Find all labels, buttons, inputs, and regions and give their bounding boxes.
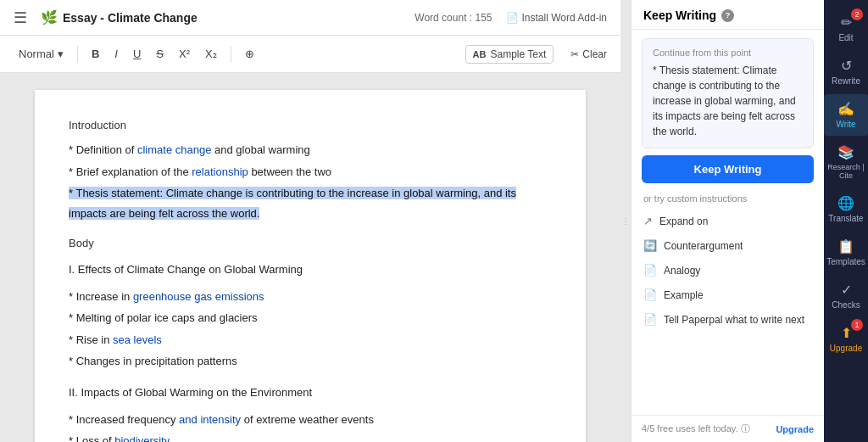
counterargument-label: Counterargument <box>664 240 743 252</box>
bullet-4: * Increase in greenhouse gas emissions <box>69 287 552 306</box>
sidebar-item-wrapper-upgrade: ⬆ Upgrade 1 <box>824 317 868 361</box>
editor-page[interactable]: Introduction * Definition of climate cha… <box>35 90 586 442</box>
bullet-9: * Loss of biodiversity <box>69 431 552 442</box>
custom-instructions-label: or try custom instructions <box>632 190 824 209</box>
subsection-effects: I. Effects of Climate Change on Global W… <box>69 260 552 279</box>
sidebar-item-templates[interactable]: 📋 Templates <box>824 232 868 273</box>
panel-divider[interactable]: ⋮ <box>620 0 631 442</box>
rewrite-label: Rewrite <box>832 76 860 86</box>
thesis-preview: * Thesis statement: Climate change is co… <box>653 63 803 139</box>
underline-button[interactable]: U <box>128 44 146 64</box>
toolbar: Normal ▾ B I U S X² X₂ ⊕ AB Sample Text … <box>0 36 620 73</box>
help-icon[interactable]: ? <box>721 9 734 22</box>
upgrade-label: Upgrade <box>830 344 862 353</box>
keep-writing-button[interactable]: Keep Writing <box>642 155 814 183</box>
far-sidebar: ✏ Edit 2 ↺ Rewrite ✍ Write 📚 Research | … <box>824 0 868 442</box>
superscript-button[interactable]: X² <box>174 44 195 64</box>
toolbar-divider-1 <box>77 46 78 63</box>
analogy-label: Analogy <box>664 265 700 277</box>
title-text: Essay - Climate Change <box>63 11 198 25</box>
example-label: Example <box>664 289 704 301</box>
edit-label: Edit <box>838 33 853 42</box>
sample-text-button[interactable]: AB Sample Text <box>465 45 554 64</box>
sample-text-label: Sample Text <box>491 48 547 60</box>
sidebar-item-translate[interactable]: 🌐 Translate <box>824 188 868 230</box>
right-panel-footer: 4/5 free uses left today. ⓘ Upgrade <box>632 415 824 442</box>
tell-paperpal-icon: 📄 <box>643 313 657 326</box>
top-bar: ☰ 🌿 Essay - Climate Change Word count : … <box>0 0 620 36</box>
section-body: Body <box>69 233 552 253</box>
keep-writing-context-box: Continue from this point * Thesis statem… <box>642 38 814 148</box>
italic-button[interactable]: I <box>109 44 123 64</box>
right-panel: Keep Writing ? Continue from this point … <box>631 0 824 442</box>
counterargument-icon: 🔄 <box>643 239 657 252</box>
word-count: Word count : 155 <box>415 12 492 24</box>
subsection-impacts: II. Impacts of Global Warming on the Env… <box>69 383 552 402</box>
example-icon: 📄 <box>643 288 657 301</box>
translate-label: Translate <box>828 214 863 223</box>
sidebar-item-rewrite[interactable]: ↺ Rewrite <box>824 51 868 92</box>
sample-icon: AB <box>473 49 487 59</box>
clear-icon: ✂ <box>570 48 579 60</box>
editor-wrapper[interactable]: Introduction * Definition of climate cha… <box>0 73 620 442</box>
leaf-icon: 🌿 <box>41 9 58 25</box>
expand-on-label: Expand on <box>659 215 708 227</box>
bullet-2: * Brief explanation of the relationship … <box>69 162 552 182</box>
install-addon[interactable]: 📄 Install Word Add-in <box>506 12 608 24</box>
templates-label: Templates <box>826 257 865 266</box>
bullet-8: * Increased frequency and intensity of e… <box>69 410 552 429</box>
analogy-icon: 📄 <box>643 264 657 277</box>
chevron-down-icon: ▾ <box>58 48 64 60</box>
edit-badge: 2 <box>851 8 863 20</box>
expand-on-item[interactable]: ↗ Expand on <box>632 209 824 233</box>
sidebar-item-write[interactable]: ✍ Write <box>824 94 868 136</box>
research-icon: 📚 <box>837 144 854 160</box>
clear-button[interactable]: ✂ Clear <box>570 48 607 60</box>
sidebar-item-checks[interactable]: ✓ Checks <box>824 275 868 316</box>
tell-paperpal-label: Tell Paperpal what to write next <box>664 314 804 326</box>
tell-paperpal-item[interactable]: 📄 Tell Paperpal what to write next <box>632 307 824 332</box>
research-label: Research | Cite <box>827 163 865 180</box>
analogy-item[interactable]: 📄 Analogy <box>632 258 824 283</box>
upgrade-badge: 1 <box>851 319 863 331</box>
section-introduction: Introduction <box>69 115 552 135</box>
clear-label: Clear <box>582 48 607 60</box>
right-panel-header: Keep Writing ? <box>632 0 824 30</box>
bullet-1: * Definition of climate change and globa… <box>69 140 552 159</box>
sidebar-item-research[interactable]: 📚 Research | Cite <box>824 137 868 187</box>
format-button[interactable]: ⊕ <box>240 44 259 64</box>
bullet-3-selected: * Thesis statement: Climate change is co… <box>69 183 552 223</box>
example-item[interactable]: 📄 Example <box>632 283 824 307</box>
checks-label: Checks <box>832 300 860 310</box>
upgrade-link[interactable]: Upgrade <box>776 424 814 434</box>
keep-writing-title: Keep Writing <box>643 8 716 22</box>
sidebar-item-wrapper-edit: ✏ Edit 2 <box>824 7 868 50</box>
templates-icon: 📋 <box>837 238 854 255</box>
checks-icon: ✓ <box>841 282 852 298</box>
bullet-5: * Melting of polar ice caps and glaciers <box>69 308 552 327</box>
continue-label: Continue from this point <box>653 48 803 58</box>
strikethrough-button[interactable]: S <box>151 44 169 64</box>
toolbar-divider-2 <box>231 46 231 63</box>
bullet-6: * Rise in sea levels <box>69 330 552 350</box>
expand-on-icon: ↗ <box>643 215 653 227</box>
normal-style-dropdown[interactable]: Normal ▾ <box>14 44 69 64</box>
write-icon: ✍ <box>837 101 854 117</box>
counterargument-item[interactable]: 🔄 Counterargument <box>632 233 824 258</box>
install-label: Install Word Add-in <box>522 12 608 24</box>
rewrite-icon: ↺ <box>841 58 852 74</box>
normal-label: Normal <box>19 48 54 60</box>
app-title: 🌿 Essay - Climate Change <box>41 9 198 25</box>
free-uses-label: 4/5 free uses left today. ⓘ <box>642 422 750 435</box>
edit-icon: ✏ <box>841 14 852 31</box>
hamburger-icon[interactable]: ☰ <box>14 8 27 27</box>
translate-icon: 🌐 <box>837 195 854 211</box>
bullet-7: * Changes in precipitation patterns <box>69 351 552 371</box>
subscript-button[interactable]: X₂ <box>200 44 222 64</box>
write-label: Write <box>836 120 855 129</box>
upgrade-icon: ⬆ <box>841 325 852 341</box>
install-icon: 📄 <box>506 12 519 24</box>
bold-button[interactable]: B <box>86 44 104 64</box>
